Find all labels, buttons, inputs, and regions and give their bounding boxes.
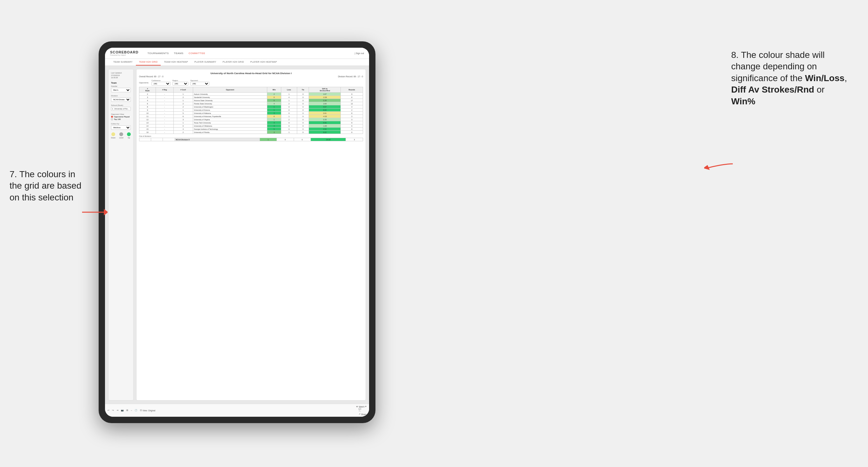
cell-win: 1 — [267, 105, 281, 108]
radio-top-100[interactable]: Top 100 — [111, 118, 131, 120]
cell-loss: 0 — [281, 108, 297, 112]
subnav-player-h2h-heatmap[interactable]: PLAYER H2H HEATMAP — [247, 59, 280, 65]
cell-rank: 14 — [140, 124, 156, 128]
conference-select[interactable]: (All) — [151, 82, 170, 86]
cell-conf: 1 — [174, 93, 193, 96]
camera-icon[interactable]: 📷 — [121, 409, 124, 412]
cell-rounds: 9 — [341, 128, 363, 131]
minus-icon[interactable]: − — [131, 409, 132, 412]
team-section-title: Team — [111, 82, 131, 84]
filter-region: Region (All) — [173, 80, 188, 86]
sign-out-link[interactable]: | Sign out — [355, 52, 364, 54]
subnav-team-h2h-heatmap[interactable]: TEAM H2H HEATMAP — [161, 59, 191, 65]
cell-rank: 2 — [140, 93, 156, 96]
nav-committee[interactable]: COMMITTEE — [189, 52, 206, 55]
pink-arrow-right — [704, 156, 736, 172]
division-record: Division Record: 88 - 17 - 0 — [338, 75, 363, 77]
out-div-win: 1 — [260, 138, 277, 141]
subnav-team-summary[interactable]: TEAM SUMMARY — [110, 59, 136, 65]
sub-nav: TEAM SUMMARY TEAM H2H GRID TEAM H2H HEAT… — [105, 59, 369, 66]
cell-reg: - — [156, 112, 174, 115]
nav-tournaments[interactable]: TOURNAMENTS — [147, 52, 168, 55]
cell-rank: 6 — [140, 102, 156, 105]
toolbar: ↩ ↪ ⇥ 📷 ⊞ − 🕐 ⊡ View: Original 👁 Watch ▾… — [105, 404, 369, 417]
cell-opponent: University of Oklahoma — [193, 124, 267, 128]
colour-by-select[interactable]: Win/loss — [111, 125, 131, 130]
cell-win: 5 — [267, 99, 281, 102]
table-row: 16 - 2 University of Florida 3 1 0 6.62 … — [140, 131, 363, 134]
svg-marker-1 — [104, 210, 107, 214]
cell-reg: - — [156, 108, 174, 112]
school-label: School (Rank) — [111, 104, 131, 106]
cell-rounds: 8 — [341, 96, 363, 99]
region-select[interactable]: (All) — [173, 82, 188, 86]
th-opponent: Opponent — [193, 87, 267, 93]
cell-conf: 2 — [174, 96, 193, 99]
cell-tie: 0 — [297, 118, 309, 121]
cell-tie: 0 — [297, 131, 309, 134]
cell-tie: 0 — [297, 93, 309, 96]
cell-diff: -1.00 — [309, 124, 341, 128]
th-tie: Tie — [297, 87, 309, 93]
opponent-view-label: Opponent View — [111, 113, 131, 115]
cell-diff: 2.33 — [309, 118, 341, 121]
out-div-reg — [151, 138, 163, 141]
cell-rounds: 3 — [341, 115, 363, 118]
out-of-division: Out of division NCAA Division II 1 0 — [139, 135, 363, 141]
out-div-rounds: 3 — [346, 138, 363, 141]
table-row: 3 - 2 Vanderbilt University 0 4 0 -2.29 … — [140, 96, 363, 99]
opponent-select[interactable]: (All) — [190, 82, 209, 86]
cell-opponent: Georgia Institute of Technology — [193, 128, 267, 131]
share-btn[interactable]: ↗ Share — [359, 413, 367, 415]
cell-diff: 2.28 — [309, 99, 341, 102]
cell-reg: - — [156, 131, 174, 134]
out-div-loss: 0 — [277, 138, 294, 141]
clock-icon[interactable]: 🕐 — [134, 409, 137, 412]
cell-conf: 3 — [174, 118, 193, 121]
opponent-view-radio-group: Opponents Played Top 100 — [111, 116, 131, 120]
undo-icon[interactable]: ↩ — [107, 409, 110, 412]
grid-icon[interactable]: ⊞ — [126, 409, 128, 412]
cell-tie: 0 — [297, 105, 309, 108]
nav-teams[interactable]: TEAMS — [174, 52, 184, 55]
cell-loss: 0 — [281, 105, 297, 108]
pink-arrow-left — [82, 207, 107, 218]
view-original-btn[interactable]: ⊡ View: Original — [140, 409, 155, 412]
level-label: Level — [119, 137, 123, 139]
gender-select[interactable]: Men's — [111, 88, 131, 92]
cell-rank: 13 — [140, 121, 156, 124]
cell-loss: 0 — [281, 128, 297, 131]
subnav-player-summary[interactable]: PLAYER SUMMARY — [191, 59, 220, 65]
filter-row: Opponents: Conference (All) Region (All) — [139, 80, 363, 86]
cell-rank: 3 — [140, 96, 156, 99]
tablet-frame: SCOREBOARD Powered by clippd TOURNAMENTS… — [99, 41, 375, 423]
forward-icon[interactable]: ⇥ — [117, 409, 118, 412]
cell-diff: 9.00 — [309, 108, 341, 112]
redo-icon[interactable]: ↪ — [112, 409, 114, 412]
subnav-team-h2h-grid[interactable]: TEAM H2H GRID — [136, 59, 161, 65]
comment-btn[interactable]: 💬 — [359, 408, 367, 410]
cell-opponent: University of Virginia — [193, 118, 267, 121]
cell-rounds: 17 — [341, 99, 363, 102]
cell-win: 5 — [267, 128, 281, 131]
division-select[interactable]: NCAA Division I — [111, 97, 131, 102]
cell-tie: 0 — [297, 115, 309, 118]
subnav-player-h2h-grid[interactable]: PLAYER H2H GRID — [220, 59, 247, 65]
cell-conf: 2 — [174, 102, 193, 105]
cell-win: 0 — [267, 115, 281, 118]
school-field: School (Rank) 1. University of Nort... — [111, 104, 131, 111]
cell-conf: 1 — [174, 121, 193, 124]
radio-opponents-played[interactable]: Opponents Played — [111, 116, 131, 118]
cell-reg: - — [156, 118, 174, 121]
share-options-btn[interactable]: ⋯ — [359, 410, 367, 413]
cell-tie: 0 — [297, 124, 309, 128]
cell-win: 3 — [267, 121, 281, 124]
watch-btn[interactable]: 👁 Watch ▾ — [356, 405, 367, 408]
cell-opponent: University of Washington — [193, 105, 267, 108]
down-label: Down — [111, 137, 116, 139]
opponent-filter-label: Opponent — [190, 80, 209, 82]
main-content: Last Updated: 27/03/2024 16:55:38 Team G… — [105, 66, 369, 404]
cell-rounds: 9 — [341, 121, 363, 124]
gender-field: Gender Men's — [111, 85, 131, 92]
th-conf: # Conf — [174, 87, 193, 93]
